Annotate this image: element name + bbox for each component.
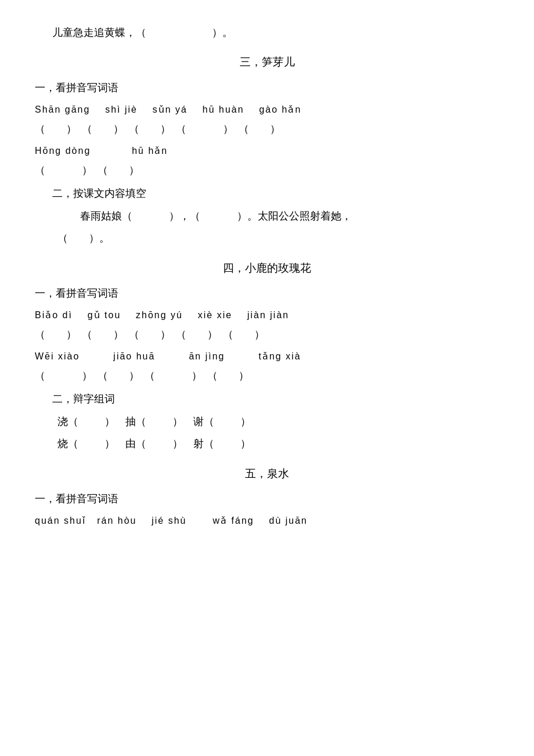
sec3-heading2: 二，按课文内容填空 bbox=[35, 184, 499, 203]
sec3-blanks1: （ ） （ ） （ ） （ ） （ ） bbox=[35, 120, 499, 138]
line-chasing-butterfly: 儿童急走追黄蝶，（ ）。 bbox=[35, 23, 499, 42]
sec5-heading1: 一，看拼音写词语 bbox=[35, 489, 499, 508]
sec4-blanks1: （ ） （ ） （ ） （ ） （ ） bbox=[35, 325, 499, 344]
title-section3: 三，笋芽儿 bbox=[35, 52, 499, 72]
sec4-bianzi2: 烧（ ） 由（ ） 射（ ） bbox=[35, 434, 499, 453]
sec5-pinyin1: quán shuǐ rán hòu jié shù wǎ fáng dù juā… bbox=[35, 513, 499, 530]
title-section4: 四，小鹿的玫瑰花 bbox=[35, 258, 499, 278]
sec3-blanks2: （ ） （ ） bbox=[35, 161, 499, 179]
sec4-heading1: 一，看拼音写词语 bbox=[35, 284, 499, 303]
sec4-pinyin1: Biǎo dì gǔ tou zhōng yú xiè xie jiàn jià… bbox=[35, 307, 499, 324]
sec3-pinyin1: Shān gāng shì jiè sǔn yá hū huàn gào hǎn bbox=[35, 102, 499, 118]
page-content: 儿童急走追黄蝶，（ ）。 三，笋芽儿 一，看拼音写词语 Shān gāng sh… bbox=[35, 23, 499, 530]
sec4-blanks2: （ ） （ ） （ ） （ ） bbox=[35, 366, 499, 385]
sec4-bianzi1: 浇（ ） 抽（ ） 谢（ ） bbox=[35, 412, 499, 431]
sec4-pinyin2: Wēi xiào jiāo huā ān jìng tǎng xià bbox=[35, 348, 499, 365]
sec3-heading1: 一，看拼音写词语 bbox=[35, 78, 499, 97]
sec4-heading2: 二，辩字组词 bbox=[35, 390, 499, 408]
title-section5: 五，泉水 bbox=[35, 464, 499, 484]
sec3-fill1: 春雨姑娘（ ），（ ）。太阳公公照射着她， bbox=[35, 207, 499, 225]
sec3-fill2: （ ）。 bbox=[35, 229, 499, 247]
sec3-pinyin2: Hōng dòng hū hǎn bbox=[35, 143, 499, 160]
